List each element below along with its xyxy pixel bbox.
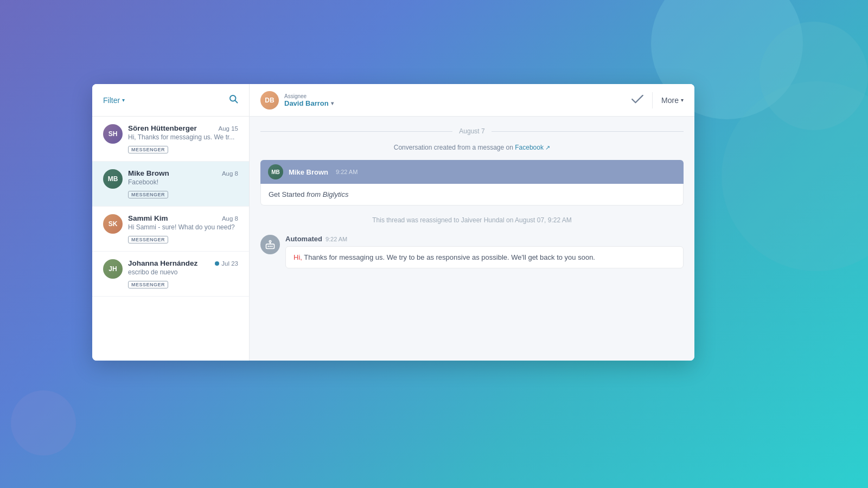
system-message: Conversation created from a message on F… <box>260 144 684 151</box>
conversation-content: Johanna Hernández Jul 23 escribo de nuev… <box>128 259 238 288</box>
chat-header: DB Assignee David Barron ▾ Mor <box>250 84 694 117</box>
sidebar: Filter ▾ SH Sören Hüttenberger Aug 15 <box>92 84 250 361</box>
bot-avatar <box>260 235 280 254</box>
message-text-italic: from Biglytics <box>307 190 348 198</box>
automated-body-text: Thanks for messaging us. We try to be as… <box>302 253 595 261</box>
header-divider <box>652 92 653 108</box>
date-separator: August 7 <box>260 127 684 135</box>
assignee-name[interactable]: David Barron ▾ <box>284 99 334 107</box>
conv-top-row: Sören Hüttenberger Aug 15 <box>128 124 238 132</box>
conv-date: Aug 15 <box>219 125 238 132</box>
conversation-list: SH Sören Hüttenberger Aug 15 Hi, Thanks … <box>92 117 249 361</box>
reassign-notice: This thread was reassigned to Jaiveer Hu… <box>260 214 684 226</box>
automated-content: Automated 9:22 AM Hi, Thanks for messagi… <box>285 235 684 268</box>
messenger-badge: MESSENGER <box>128 236 168 243</box>
conv-date: Aug 8 <box>222 215 238 222</box>
conv-top-row: Sammi Kim Aug 8 <box>128 214 238 222</box>
conv-name: Sammi Kim <box>128 214 168 222</box>
more-button[interactable]: More ▾ <box>661 96 684 105</box>
automated-sender-name: Automated <box>285 235 322 243</box>
unread-indicator <box>215 261 219 266</box>
chat-panel: DB Assignee David Barron ▾ Mor <box>250 84 694 361</box>
conv-preview: escribo de nuevo <box>128 268 238 276</box>
chat-body: August 7 Conversation created from a mes… <box>250 117 694 361</box>
conversation-content: Sammi Kim Aug 8 Hi Sammi - sure! What do… <box>128 214 238 243</box>
assignee-section: DB Assignee David Barron ▾ <box>260 91 334 110</box>
conv-preview: Hi Sammi - sure! What do you need? <box>128 223 238 231</box>
filter-button[interactable]: Filter ▾ <box>103 96 125 105</box>
assignee-avatar: DB <box>260 91 279 110</box>
message-sender-avatar: MB <box>268 164 283 179</box>
message-text-plain: Get Started <box>269 190 307 198</box>
messenger-badge: MESSENGER <box>128 146 168 153</box>
assignee-chevron-icon: ▾ <box>331 100 334 106</box>
avatar: JH <box>103 259 123 279</box>
conv-top-row: Johanna Hernández Jul 23 <box>128 259 238 267</box>
conv-name: Sören Hüttenberger <box>128 124 197 132</box>
avatar: SK <box>103 214 123 234</box>
resolve-check-icon[interactable] <box>631 94 643 106</box>
message-body: Get Started from Biglytics <box>260 184 684 206</box>
filter-label: Filter <box>103 96 120 105</box>
automated-header: Automated 9:22 AM <box>285 235 684 243</box>
conv-name: Johanna Hernández <box>128 259 197 267</box>
system-text-before: Conversation created from a message on <box>394 144 515 151</box>
svg-line-1 <box>235 100 237 102</box>
bg-decoration-4 <box>11 390 76 455</box>
date-separator-text: August 7 <box>459 127 484 135</box>
header-actions: More ▾ <box>631 92 684 108</box>
conv-date: Aug 8 <box>222 170 238 177</box>
conversation-content: Mike Brown Aug 8 Facebook! MESSENGER <box>128 169 238 198</box>
avatar: SH <box>103 124 123 144</box>
external-link-icon: ↗ <box>545 144 550 151</box>
facebook-link[interactable]: Facebook ↗ <box>515 144 550 151</box>
automated-time: 9:22 AM <box>326 236 347 242</box>
assignee-info: Assignee David Barron ▾ <box>284 93 334 107</box>
conv-preview: Facebook! <box>128 178 238 186</box>
message-header-row: MB Mike Brown 9:22 AM <box>260 160 684 184</box>
conv-name: Mike Brown <box>128 169 169 177</box>
conv-top-row: Mike Brown Aug 8 <box>128 169 238 177</box>
assignee-label: Assignee <box>284 93 334 99</box>
conv-preview: Hi, Thanks for messaging us. We tr... <box>128 133 238 141</box>
messenger-badge: MESSENGER <box>128 191 168 198</box>
automated-body: Hi, Thanks for messaging us. We try to b… <box>285 246 684 268</box>
conversation-item[interactable]: MB Mike Brown Aug 8 Facebook! MESSENGER <box>92 162 249 207</box>
avatar: MB <box>103 169 123 189</box>
automated-hi: Hi, <box>293 253 302 261</box>
app-window: Filter ▾ SH Sören Hüttenberger Aug 15 <box>92 84 694 361</box>
filter-chevron-icon: ▾ <box>122 97 125 103</box>
conversation-content: Sören Hüttenberger Aug 15 Hi, Thanks for… <box>128 124 238 153</box>
message-sender-name: Mike Brown <box>289 168 328 176</box>
messenger-badge: MESSENGER <box>128 281 168 288</box>
automated-message-container: Automated 9:22 AM Hi, Thanks for messagi… <box>260 235 684 268</box>
more-chevron-icon: ▾ <box>681 97 684 103</box>
message-container: MB Mike Brown 9:22 AM Get Started from B… <box>260 160 684 206</box>
conversation-item[interactable]: JH Johanna Hernández Jul 23 escribo de n… <box>92 252 249 297</box>
conv-date unread: Jul 23 <box>215 260 238 267</box>
sidebar-header: Filter ▾ <box>92 84 249 117</box>
search-button[interactable] <box>228 94 238 106</box>
conversation-item[interactable]: SK Sammi Kim Aug 8 Hi Sammi - sure! What… <box>92 207 249 252</box>
message-time: 9:22 AM <box>336 169 358 175</box>
conversation-item[interactable]: SH Sören Hüttenberger Aug 15 Hi, Thanks … <box>92 117 249 162</box>
more-label: More <box>661 96 679 105</box>
